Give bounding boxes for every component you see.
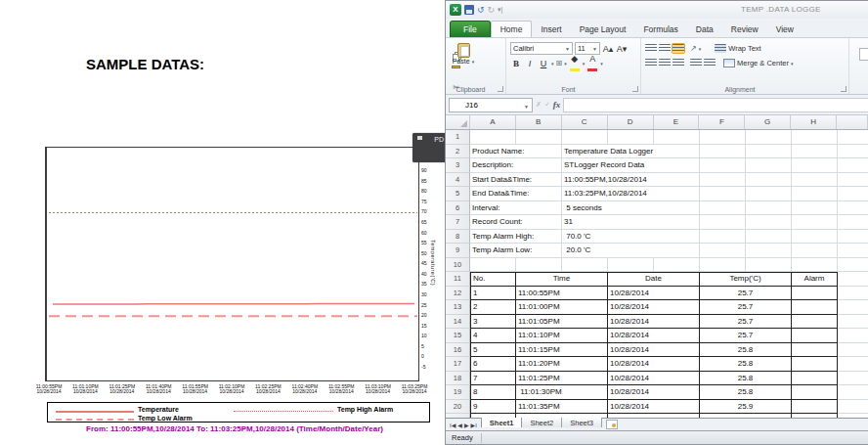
cell[interactable]: [838, 287, 868, 301]
cell[interactable]: [792, 215, 838, 230]
cell[interactable]: [838, 187, 868, 201]
cell[interactable]: [516, 258, 562, 273]
row-number[interactable]: 20: [446, 400, 470, 415]
align-center-button[interactable]: [659, 59, 671, 67]
cell[interactable]: [700, 130, 746, 145]
cell[interactable]: [746, 258, 792, 273]
table-data-cell[interactable]: 10/28/2014: [608, 385, 700, 400]
cell[interactable]: [838, 272, 868, 287]
row-number[interactable]: 6: [446, 201, 470, 216]
borders-button[interactable]: ⊞: [556, 59, 563, 67]
cell[interactable]: [838, 414, 868, 418]
cell[interactable]: [746, 215, 792, 230]
table-data-cell[interactable]: 10/28/2014: [608, 287, 700, 301]
name-box[interactable]: J16 ▼: [449, 98, 533, 112]
tab-page-layout[interactable]: Page Layout: [571, 22, 635, 37]
save-icon[interactable]: [464, 5, 474, 15]
table-data-cell[interactable]: [792, 400, 838, 415]
align-bottom-button[interactable]: [673, 44, 684, 53]
info-label-cell[interactable]: Description:: [470, 158, 562, 173]
row-number[interactable]: 4: [446, 173, 470, 188]
cell[interactable]: [746, 130, 792, 145]
wrap-text-button[interactable]: Wrap Text: [728, 44, 761, 53]
cell[interactable]: [470, 130, 516, 145]
fill-color-dropdown-icon[interactable]: ▾: [583, 61, 586, 67]
increase-indent-button[interactable]: [704, 59, 716, 67]
table-data-cell[interactable]: [792, 287, 838, 301]
cell[interactable]: [654, 258, 700, 273]
tab-insert[interactable]: Insert: [532, 22, 570, 37]
tab-view[interactable]: View: [767, 22, 803, 37]
row-number[interactable]: 14: [446, 315, 470, 330]
row-number[interactable]: 18: [446, 372, 470, 386]
shrink-font-button[interactable]: A▾: [616, 44, 628, 54]
cell[interactable]: [838, 315, 868, 330]
cell[interactable]: [654, 130, 700, 145]
cell[interactable]: [746, 230, 792, 245]
column-header-H[interactable]: H: [791, 115, 837, 129]
cell[interactable]: [700, 173, 746, 188]
info-value-cell[interactable]: STLogger Record Data: [562, 158, 700, 173]
table-data-cell[interactable]: 25.9: [700, 400, 792, 415]
info-value-cell[interactable]: 31: [562, 215, 700, 230]
info-label-cell[interactable]: Record Count:: [470, 215, 562, 230]
table-data-cell[interactable]: 11:00:55PM: [516, 287, 608, 301]
table-data-cell[interactable]: 10: [470, 414, 516, 418]
table-header-cell[interactable]: Alarm: [792, 272, 838, 287]
table-data-cell[interactable]: 10/28/2014: [608, 372, 700, 386]
info-value-cell[interactable]: 20.0 'C: [562, 244, 700, 258]
table-data-cell[interactable]: 11:01:15PM: [516, 343, 608, 358]
grow-font-button[interactable]: A▴: [602, 44, 614, 54]
row-number[interactable]: 11: [446, 272, 470, 287]
cell[interactable]: [746, 201, 792, 216]
table-data-cell[interactable]: 25.7: [700, 300, 792, 315]
table-data-cell[interactable]: 5: [470, 343, 516, 358]
row-number[interactable]: 17: [446, 357, 470, 372]
table-data-cell[interactable]: 10/28/2014: [608, 315, 700, 330]
cell[interactable]: [700, 230, 746, 245]
enter-icon[interactable]: ✓: [544, 101, 550, 109]
align-middle-button[interactable]: [659, 44, 671, 53]
info-label-cell[interactable]: Product Name:: [470, 145, 562, 159]
cell[interactable]: [838, 300, 868, 315]
cell[interactable]: [562, 258, 608, 273]
tab-data[interactable]: Data: [687, 22, 722, 37]
table-data-cell[interactable]: 25.7: [700, 287, 792, 301]
cell[interactable]: [562, 130, 608, 145]
table-data-cell[interactable]: [792, 300, 838, 315]
row-number[interactable]: 2: [446, 145, 470, 159]
cell[interactable]: [746, 187, 792, 201]
column-header-B[interactable]: B: [516, 115, 562, 129]
cell[interactable]: [838, 130, 868, 145]
table-data-cell[interactable]: 10/28/2014: [608, 300, 700, 315]
align-right-button[interactable]: [673, 59, 684, 67]
cell[interactable]: [792, 244, 838, 258]
info-label-cell[interactable]: Temp Alarm Low:: [470, 244, 562, 258]
sheet-tab-sheet1[interactable]: Sheet1: [481, 418, 523, 427]
cell[interactable]: [838, 244, 868, 258]
table-data-cell[interactable]: 10/28/2014: [608, 357, 700, 372]
info-value-cell[interactable]: 11:03:25PM,10/28/2014: [562, 187, 700, 201]
info-label-cell[interactable]: Start Data&Time:: [470, 173, 562, 188]
table-data-cell[interactable]: 11:01:10PM: [516, 329, 608, 343]
fill-color-button[interactable]: ◆: [569, 54, 581, 73]
font-dialog-launcher-icon[interactable]: [632, 86, 638, 92]
cell[interactable]: [838, 385, 868, 400]
column-header-C[interactable]: C: [562, 115, 608, 129]
cell[interactable]: [746, 158, 792, 173]
row-number[interactable]: 10: [446, 258, 470, 273]
cell[interactable]: [700, 145, 746, 159]
table-header-cell[interactable]: Time: [516, 272, 608, 287]
tab-formulas[interactable]: Formulas: [634, 22, 686, 37]
cell[interactable]: [792, 230, 838, 245]
cell[interactable]: [838, 258, 868, 273]
row-number[interactable]: 9: [446, 244, 470, 258]
decrease-indent-button[interactable]: [690, 59, 702, 67]
cell[interactable]: [608, 130, 654, 145]
cell[interactable]: [700, 258, 746, 273]
table-data-cell[interactable]: 10/28/2014: [608, 343, 700, 358]
sheet-tab-sheet3[interactable]: Sheet3: [562, 418, 602, 427]
table-data-cell[interactable]: 25.8: [700, 357, 792, 372]
font-color-button[interactable]: A: [586, 54, 598, 73]
table-header-cell[interactable]: No.: [470, 272, 516, 287]
